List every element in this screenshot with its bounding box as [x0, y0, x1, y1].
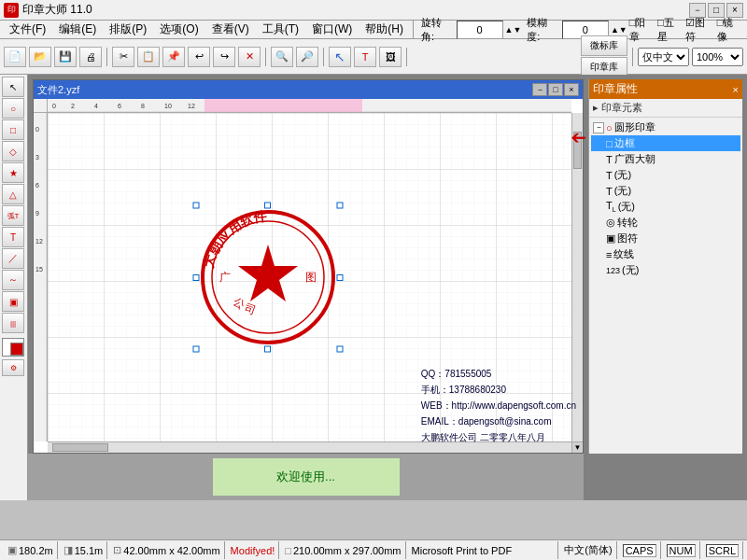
size-value: 42.00mm x 42.00mm: [123, 545, 219, 556]
panel-close-button[interactable]: ×: [733, 84, 739, 95]
paste-button[interactable]: 📌: [162, 47, 185, 67]
tool-diamond[interactable]: ◇: [2, 141, 24, 161]
canvas-title-bar: 文件2.yzf － □ ×: [34, 80, 583, 99]
wheel-icon: ◎: [606, 217, 615, 229]
seal-label: 圆形印章: [614, 120, 655, 134]
status-scrl: SCRL: [702, 541, 743, 559]
tree-item-image[interactable]: ▣ 图符: [591, 231, 740, 246]
welcome-text: 欢迎使用...: [213, 458, 400, 496]
scrollbar-h-thumb[interactable]: [52, 443, 108, 452]
menu-tools[interactable]: 工具(T): [257, 21, 304, 38]
check-tufu[interactable]: ☑图符: [685, 16, 715, 44]
tool-ellipse[interactable]: ○: [2, 98, 24, 119]
border-icon: □: [606, 138, 613, 149]
color-picker[interactable]: [2, 338, 24, 357]
handle-tl[interactable]: [192, 203, 199, 209]
stamp-lib-button[interactable]: 微标库: [581, 35, 627, 56]
tool-settings[interactable]: ⚙: [2, 359, 24, 376]
tree-item-none4[interactable]: 123 (无): [591, 262, 740, 278]
cut-button[interactable]: ✂: [112, 47, 134, 67]
handle-bl[interactable]: [192, 346, 199, 353]
check-jingxiang[interactable]: □镜像: [717, 16, 743, 44]
tree-container: － ○ 圆形印章 □ 边框 T 广西大朝: [589, 118, 742, 280]
canvas-maximize[interactable]: □: [548, 83, 563, 96]
printer-value: Microsoft Print to PDF: [412, 545, 513, 556]
tree-item-none3[interactable]: TL (无): [591, 199, 740, 215]
tool-text[interactable]: T: [2, 227, 24, 247]
zoom-in-button[interactable]: 🔍: [271, 47, 293, 67]
handle-bm[interactable]: [264, 346, 271, 353]
text1-icon: T: [606, 154, 613, 165]
delete-button[interactable]: ✕: [238, 47, 261, 67]
zoom-select[interactable]: 100%: [692, 48, 743, 66]
status-posy: ◨ 15.1m: [60, 541, 108, 559]
handle-mr[interactable]: [336, 274, 343, 281]
save-button[interactable]: 💾: [54, 47, 77, 67]
active-color: [10, 343, 23, 356]
none2-icon: T: [606, 186, 613, 197]
tree-item-none1[interactable]: T (无): [591, 167, 740, 183]
rotation-spinner[interactable]: ▲▼: [505, 25, 522, 35]
undo-button[interactable]: ↩: [188, 47, 210, 67]
handle-tm[interactable]: [264, 203, 271, 209]
select-button[interactable]: ↖: [329, 47, 351, 67]
app-title: 印章大师 11.0: [22, 2, 92, 18]
open-button[interactable]: 📂: [29, 47, 51, 67]
panel-section: ▸ 印章元素: [589, 99, 742, 118]
selection-box: [195, 205, 340, 350]
img-button[interactable]: 🖼: [379, 47, 402, 67]
handle-tr[interactable]: [336, 203, 343, 209]
scale-spinner[interactable]: ▲▼: [611, 25, 627, 35]
svg-text:15: 15: [35, 266, 43, 273]
tree-item-border[interactable]: □ 边框: [591, 135, 740, 151]
tree-item-lines[interactable]: ≡ 纹线: [591, 246, 740, 262]
rotation-input[interactable]: [457, 21, 503, 39]
menu-layout[interactable]: 排版(P): [104, 21, 152, 38]
tool-rect[interactable]: □: [2, 119, 24, 140]
rotation-label: 旋转角:: [421, 16, 455, 44]
svg-text:3: 3: [35, 154, 39, 161]
tool-image[interactable]: ▣: [2, 291, 24, 312]
tool-line[interactable]: ／: [2, 248, 24, 269]
canvas-minimize[interactable]: －: [532, 83, 547, 96]
menu-window[interactable]: 窗口(W): [306, 21, 358, 38]
ruler-highlight: [204, 99, 361, 112]
tool-barcode[interactable]: |||: [2, 313, 24, 333]
menu-edit[interactable]: 编辑(E): [53, 21, 102, 38]
canvas-controls[interactable]: － □ ×: [532, 83, 579, 96]
text-button[interactable]: T: [354, 47, 376, 67]
tool-text-arc[interactable]: 弧T: [2, 205, 24, 226]
tb-sep1: [106, 48, 107, 66]
handle-br[interactable]: [336, 346, 343, 353]
tool-wave[interactable]: ～: [2, 270, 24, 290]
menu-options[interactable]: 选项(O): [154, 21, 204, 38]
num-value: NUM: [667, 544, 696, 557]
arrow-indicator: ➔: [571, 126, 586, 148]
tool-star[interactable]: ★: [2, 162, 24, 183]
check-wuxing[interactable]: □五星: [657, 16, 684, 44]
menu-help[interactable]: 帮助(H): [359, 21, 409, 38]
lang-value: 中文(简体): [564, 543, 612, 557]
svg-text:12: 12: [35, 238, 43, 245]
zoom-out-button[interactable]: 🔎: [296, 47, 318, 67]
print-button[interactable]: 🖨: [79, 47, 102, 67]
handle-ml[interactable]: [192, 274, 199, 281]
menu-file[interactable]: 文件(F): [4, 21, 51, 38]
menu-view[interactable]: 查看(V): [206, 21, 255, 38]
info-qq: QQ：781555005: [421, 366, 576, 382]
tree-item-text1[interactable]: T 广西大朝: [591, 151, 740, 167]
tree-item-wheel[interactable]: ◎ 转轮: [591, 215, 740, 231]
tool-arrow[interactable]: ↖: [2, 77, 24, 97]
tb-sep2: [265, 48, 266, 66]
tree-item-seal[interactable]: － ○ 圆形印章: [591, 119, 740, 135]
new-button[interactable]: 📄: [4, 47, 26, 67]
tree-item-none2[interactable]: T (无): [591, 183, 740, 199]
tb-sep5: [632, 48, 633, 66]
canvas-close[interactable]: ×: [564, 83, 579, 96]
copy-button[interactable]: 📋: [137, 47, 160, 67]
redo-button[interactable]: ↪: [213, 47, 235, 67]
check-yangzhang[interactable]: □阳章: [629, 16, 655, 44]
lang-select[interactable]: 仅中文: [638, 48, 689, 66]
tool-triangle[interactable]: △: [2, 184, 24, 204]
tree-expand-seal[interactable]: －: [593, 122, 604, 133]
